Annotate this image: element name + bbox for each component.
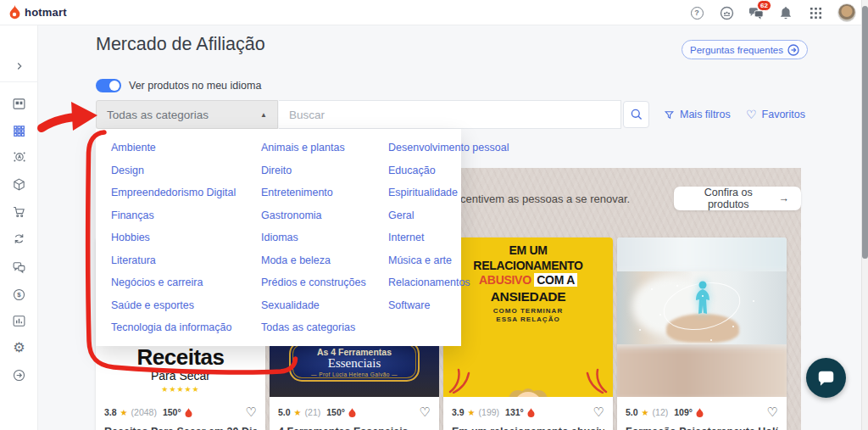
blurred-photo-band [617, 237, 787, 271]
page-title: Mercado de Afiliação [96, 34, 265, 55]
favorite-heart-icon[interactable]: ♡ [767, 405, 778, 420]
chat-widget-button[interactable] [806, 358, 846, 398]
sidebar-item-settings[interactable]: ⚙ [0, 338, 38, 358]
product-card: 5.0 ★ (12) 109° ♡ Formação Psicoterapeut… [617, 237, 787, 430]
category-option[interactable]: Ambiente [111, 142, 261, 154]
affiliate-network-icon [12, 149, 27, 165]
category-option[interactable]: Empreendedorismo Digital [111, 187, 261, 198]
sidebar-item-products[interactable] [0, 174, 38, 194]
rating-score: 3.8 [104, 407, 117, 417]
flame-icon [696, 408, 704, 417]
heart-icon: ♡ [746, 109, 757, 120]
temperature: 150° [326, 407, 345, 417]
sidebar-item-sales[interactable] [0, 201, 38, 221]
messages-button[interactable]: 62 [748, 5, 764, 20]
category-option[interactable]: Espiritualidade [388, 187, 509, 198]
more-filters-button[interactable]: Mais filtros [664, 100, 731, 129]
cover-stars: ★★★★★ [96, 385, 265, 394]
search-button[interactable] [623, 101, 649, 128]
favorites-button[interactable]: ♡ Favoritos [746, 100, 805, 129]
topbar: hotmart ? 62 [0, 0, 868, 25]
category-option[interactable]: Idiomas [261, 232, 388, 243]
apps-menu-button[interactable] [808, 5, 823, 20]
sidebar-item-conversations[interactable] [0, 257, 38, 277]
star-icon: ★ [468, 408, 476, 417]
marketplace-grid-icon [12, 124, 26, 138]
swash-decoration [579, 368, 608, 394]
category-option[interactable]: Relacionamentos [388, 276, 509, 288]
product-photo [617, 271, 787, 344]
category-option[interactable]: Música e arte [388, 254, 509, 266]
category-option[interactable]: Desenvolvimento pessoal [388, 142, 509, 154]
notifications-button[interactable] [778, 5, 793, 20]
sidebar-item-integrations[interactable] [0, 365, 38, 385]
category-option[interactable]: Moda e beleza [261, 254, 388, 266]
category-option[interactable]: Internet [388, 232, 509, 243]
favorite-heart-icon[interactable]: ♡ [246, 405, 257, 420]
category-option[interactable]: Negócios e carreira [111, 276, 261, 288]
circle-arrow-icon [12, 368, 26, 383]
category-select[interactable]: Todas as categorias ▲ [96, 100, 278, 129]
arrow-right-icon: → [779, 193, 790, 204]
category-option[interactable]: Tecnologia da informação [111, 321, 261, 333]
favorite-heart-icon[interactable]: ♡ [593, 405, 604, 420]
comments-icon [12, 260, 26, 275]
sidebar-item-dashboard[interactable] [0, 93, 38, 114]
flame-icon [185, 408, 192, 417]
sidebar-divider [0, 81, 38, 82]
product-title[interactable]: Formação Psicoterapeuta Holística [626, 426, 778, 430]
category-option[interactable]: Finanças [111, 209, 261, 221]
category-select-value: Todas as categorias [107, 109, 209, 121]
toggle-knob [109, 81, 120, 91]
star-icon: ★ [120, 408, 128, 417]
product-cover-psicoterapeuta[interactable] [617, 237, 787, 397]
category-option[interactable]: Saúde e esportes [111, 299, 261, 311]
language-toggle[interactable] [96, 79, 121, 92]
dollar-circle-icon: $ [12, 288, 26, 302]
category-option[interactable]: Entretenimento [261, 187, 388, 198]
sidebar-item-analytics[interactable] [0, 310, 38, 331]
help-button[interactable]: ? [689, 5, 704, 20]
sidebar-item-affiliation[interactable] [0, 147, 38, 167]
sidebar-item-marketplace[interactable] [0, 120, 38, 141]
product-title[interactable]: 4 Ferramentas Essenciais [278, 426, 431, 430]
category-option[interactable]: Software [388, 299, 509, 311]
category-option[interactable]: Direito [261, 165, 388, 176]
user-avatar[interactable] [837, 3, 856, 22]
scrollbar-track[interactable] [861, 0, 868, 430]
category-option[interactable]: Literatura [111, 254, 261, 266]
faq-button[interactable]: Perguntas frequentes [682, 40, 808, 59]
scrollbar-thumb[interactable] [862, 6, 868, 259]
search-input[interactable] [279, 100, 621, 129]
sidebar: $ ⚙ [0, 25, 38, 430]
review-count: (21) [305, 407, 321, 417]
cube-icon [12, 177, 26, 192]
favorite-heart-icon[interactable]: ♡ [420, 405, 431, 420]
rating-score: 3.9 [452, 407, 465, 417]
notification-badge: 62 [757, 0, 771, 11]
favorites-label: Favoritos [762, 109, 805, 120]
community-icon [720, 6, 734, 20]
sidebar-item-finance[interactable]: $ [0, 284, 38, 304]
community-button[interactable] [719, 5, 734, 20]
sidebar-item-subscriptions[interactable] [0, 228, 38, 249]
sidebar-expand-button[interactable] [0, 56, 38, 76]
speech-bubble-icon [817, 369, 835, 387]
promo-cta-button[interactable]: Confira os produtos → [674, 187, 801, 210]
product-title[interactable]: Em um relacionamento abusivo [452, 426, 604, 430]
category-option[interactable]: Hobbies [111, 232, 261, 243]
category-option[interactable]: Educação [388, 165, 509, 176]
category-option[interactable]: Todas as categorias [261, 321, 388, 333]
category-option[interactable]: Gastronomia [261, 209, 388, 221]
product-title[interactable]: Receitas Para Secar em 30 Dias 2.0 [104, 426, 257, 430]
hotmart-logo[interactable]: hotmart [8, 5, 67, 20]
blurred-photo-band [617, 346, 787, 397]
caret-up-icon: ▲ [260, 111, 267, 119]
hologram-human-icon [692, 280, 714, 324]
category-option[interactable]: Animais e plantas [261, 142, 388, 154]
category-option[interactable]: Design [111, 165, 261, 176]
category-option[interactable]: Prédios e construções [261, 276, 388, 288]
category-option[interactable]: Geral [388, 209, 509, 221]
chevron-right-icon [14, 60, 25, 72]
category-option[interactable]: Sexualidade [261, 299, 388, 311]
